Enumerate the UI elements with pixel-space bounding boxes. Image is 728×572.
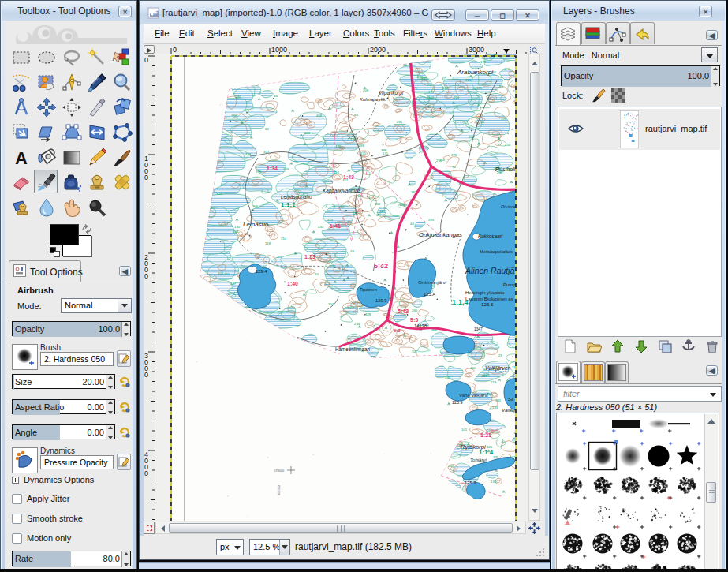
svg-text:0: 0 bbox=[144, 56, 148, 64]
svg-text:3000: 3000 bbox=[469, 46, 484, 54]
svg-text:2000: 2000 bbox=[370, 46, 386, 54]
svg-text:0: 0 bbox=[144, 174, 148, 181]
svg-text:A: A bbox=[15, 148, 28, 168]
svg-text:1000: 1000 bbox=[271, 46, 287, 54]
svg-text:0: 0 bbox=[173, 46, 177, 54]
svg-text:0: 0 bbox=[144, 371, 148, 379]
svg-text:0: 0 bbox=[144, 469, 148, 477]
svg-text:0: 0 bbox=[144, 272, 148, 280]
